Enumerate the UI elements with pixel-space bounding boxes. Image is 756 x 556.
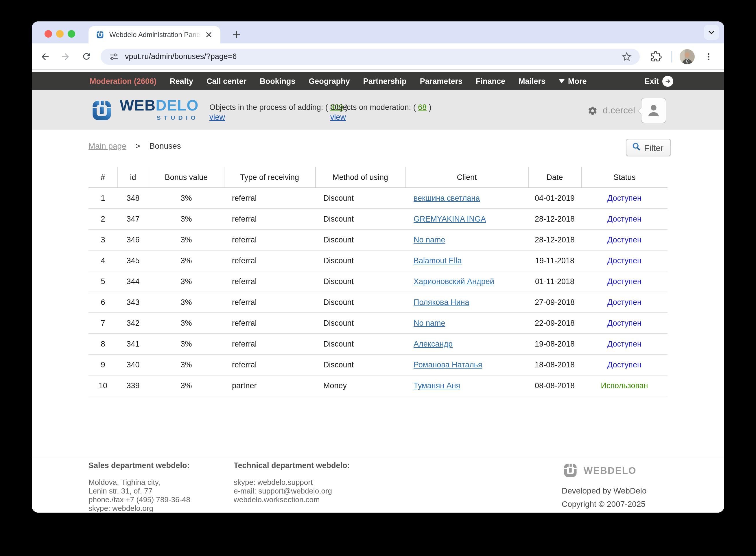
client-link[interactable]: No name bbox=[413, 236, 445, 244]
webdelo-logo-icon bbox=[89, 98, 114, 123]
table-row: 13483%referralDiscountвекшина светлана04… bbox=[88, 188, 668, 209]
objects-moderation-stat: Objects on moderation: ( 68 ) view bbox=[330, 102, 432, 122]
breadcrumb-main-page-link[interactable]: Main page bbox=[88, 141, 127, 150]
webdelo-logo-text: WEBDELO STUDIO bbox=[120, 98, 199, 120]
status-badge: Доступен bbox=[607, 215, 642, 223]
nav-item[interactable]: Bookings bbox=[260, 77, 295, 85]
cell-bonus: 3% bbox=[149, 230, 224, 250]
footer-tech: Technical department webdelo: skype: web… bbox=[234, 462, 350, 513]
cell-status: Доступен bbox=[581, 334, 668, 354]
close-window-button[interactable] bbox=[44, 30, 52, 38]
site-info-icon[interactable] bbox=[109, 51, 119, 62]
cell-status: Доступен bbox=[581, 292, 668, 313]
browser-tab[interactable]: Webdelo Administration Panel bbox=[88, 26, 220, 43]
new-tab-button[interactable] bbox=[230, 28, 244, 42]
nav-item[interactable]: Mailers bbox=[518, 77, 545, 85]
footer-sales-lines: Moldova, Tighina city,Lenin str. 31, of.… bbox=[88, 479, 234, 513]
cell-date: 08-08-2018 bbox=[528, 375, 581, 396]
page-title: Bonuses bbox=[149, 141, 181, 150]
client-link[interactable]: No name bbox=[413, 319, 445, 327]
extensions-icon[interactable] bbox=[649, 49, 663, 63]
footer-line: Moldova, Tighina city, bbox=[88, 479, 234, 487]
table-row: 43453%referralDiscountBalamout Ella19-11… bbox=[88, 250, 668, 271]
cell-status: Использован bbox=[581, 375, 668, 396]
objects-adding-text: Objects in the process of adding: ( bbox=[209, 103, 328, 112]
favicon bbox=[96, 30, 105, 39]
user-area: d.cercel bbox=[588, 98, 667, 123]
cell-date: 01-11-2018 bbox=[528, 271, 581, 292]
status-badge: Доступен bbox=[607, 340, 642, 348]
webdelo-logo[interactable]: WEBDELO STUDIO bbox=[89, 98, 199, 123]
minimize-window-button[interactable] bbox=[56, 30, 64, 38]
nav-item[interactable]: Call center bbox=[207, 77, 246, 85]
address-bar[interactable]: vput.ru/admin/bonuses/?page=6 bbox=[101, 48, 640, 65]
footer-line: phone./fax +7 (495) 789-36-48 bbox=[88, 496, 234, 504]
client-link[interactable]: Александр bbox=[413, 340, 453, 348]
nav-item[interactable]: Realty bbox=[170, 77, 193, 85]
cell-n: 6 bbox=[88, 292, 117, 313]
cell-status: Доступен bbox=[581, 313, 668, 334]
table-row: 23473%referralDiscountGREMYAKINA INGA28-… bbox=[88, 209, 668, 230]
client-link[interactable]: Туманян Аня bbox=[413, 381, 460, 390]
cell-method: Discount bbox=[315, 313, 405, 334]
footer-brand: WEBDELO Developed by WebDelo Copyright ©… bbox=[562, 462, 668, 513]
column-header: # bbox=[88, 167, 117, 188]
triangle-down-icon bbox=[559, 79, 565, 83]
cell-n: 2 bbox=[88, 209, 117, 230]
cell-id: 343 bbox=[117, 292, 149, 313]
cell-id: 342 bbox=[117, 313, 149, 334]
tab-close-icon[interactable] bbox=[204, 30, 213, 39]
client-link[interactable]: Романова Наталья bbox=[413, 360, 482, 369]
objects-moderation-text: Objects on moderation: ( bbox=[330, 103, 416, 112]
nav-item-more[interactable]: More bbox=[559, 77, 587, 85]
cell-method: Discount bbox=[315, 209, 405, 230]
footer-sales: Sales department webdelo: Moldova, Tighi… bbox=[88, 462, 234, 513]
reload-button[interactable] bbox=[79, 49, 93, 63]
footer-webdelo-icon bbox=[562, 462, 579, 479]
cell-client: GREMYAKINA INGA bbox=[405, 209, 528, 230]
objects-moderation-view-link[interactable]: view bbox=[330, 112, 346, 122]
footer-logo: WEBDELO bbox=[562, 462, 668, 479]
back-button[interactable] bbox=[38, 49, 52, 63]
nav-item[interactable]: Moderation (2606) bbox=[89, 77, 156, 85]
profile-avatar[interactable] bbox=[680, 49, 695, 64]
nav-item[interactable]: Partnership bbox=[363, 77, 407, 85]
nav-item[interactable]: Parameters bbox=[420, 77, 463, 85]
filter-button[interactable]: Filter bbox=[625, 139, 671, 156]
status-badge: Доступен bbox=[607, 360, 642, 369]
forward-button[interactable] bbox=[59, 49, 72, 63]
browser-menu-icon[interactable] bbox=[701, 49, 716, 63]
exit-button[interactable]: Exit bbox=[644, 75, 673, 86]
avatar-notch bbox=[638, 107, 645, 114]
nav-item[interactable]: Geography bbox=[309, 77, 350, 85]
bookmark-star-icon[interactable] bbox=[621, 50, 633, 62]
settings-gear-icon[interactable] bbox=[588, 106, 598, 115]
cell-type: referral bbox=[224, 209, 315, 230]
cell-date: 18-08-2018 bbox=[528, 354, 581, 375]
client-link[interactable]: Харионовский Андрей bbox=[413, 277, 494, 286]
cell-client: Balamout Ella bbox=[405, 250, 528, 271]
cell-n: 9 bbox=[88, 354, 117, 375]
client-link[interactable]: Balamout Ella bbox=[413, 256, 462, 265]
client-link[interactable]: векшина светлана bbox=[413, 194, 480, 203]
cell-client: Харионовский Андрей bbox=[405, 271, 528, 292]
cell-date: 28-12-2018 bbox=[528, 209, 581, 230]
client-link[interactable]: GREMYAKINA INGA bbox=[413, 215, 486, 223]
user-avatar[interactable] bbox=[641, 98, 667, 123]
footer-tech-lines: skype: webdelo.supporte-mail: support@we… bbox=[234, 479, 350, 504]
cell-bonus: 3% bbox=[149, 188, 224, 209]
cell-id: 347 bbox=[117, 209, 149, 230]
status-badge: Доступен bbox=[607, 277, 642, 286]
nav-item[interactable]: Finance bbox=[476, 77, 505, 85]
zoom-window-button[interactable] bbox=[68, 30, 75, 38]
objects-moderation-count-link[interactable]: 68 bbox=[418, 103, 427, 112]
client-link[interactable]: Полякова Нина bbox=[413, 298, 469, 307]
objects-adding-view-link[interactable]: view bbox=[209, 112, 225, 122]
footer-line: skype: webdelo.support bbox=[234, 479, 350, 487]
cell-client: векшина светлана bbox=[405, 188, 528, 209]
tab-search-button[interactable] bbox=[704, 25, 719, 40]
cell-method: Discount bbox=[315, 334, 405, 354]
filter-button-label: Filter bbox=[644, 143, 663, 152]
logo-studio: STUDIO bbox=[120, 114, 199, 120]
breadcrumb: Main page > Bonuses bbox=[88, 141, 181, 150]
